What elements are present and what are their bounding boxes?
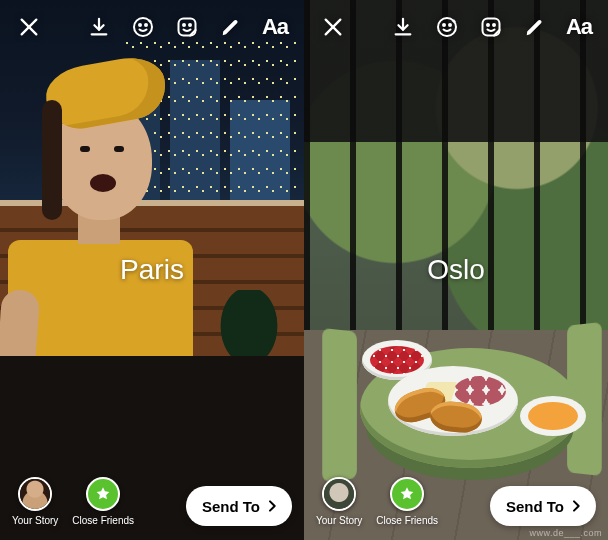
your-story-avatar-ring xyxy=(322,477,356,511)
face-effects-icon[interactable] xyxy=(428,8,466,46)
save-download-icon[interactable] xyxy=(80,8,118,46)
story-photo xyxy=(304,0,608,540)
text-tool-label: Aa xyxy=(262,14,288,40)
close-friends-star-icon xyxy=(390,477,424,511)
close-friends-button[interactable]: Close Friends xyxy=(376,477,438,526)
svg-point-19 xyxy=(493,24,495,26)
editor-bottombar: Your Story Close Friends Send To xyxy=(304,477,608,526)
your-story-label: Your Story xyxy=(12,515,58,526)
svg-point-9 xyxy=(189,24,191,26)
editor-bottombar: Your Story Close Friends Send To xyxy=(0,477,304,526)
story-editor-panel-left: Aa Paris Your Story Close Friends Send T… xyxy=(0,0,304,540)
story-editor-panel-right: Aa Oslo Your Story Close Friends Send To… xyxy=(304,0,608,540)
story-photo xyxy=(0,0,304,540)
your-story-label: Your Story xyxy=(316,515,362,526)
draw-icon[interactable] xyxy=(516,8,554,46)
close-friends-label: Close Friends xyxy=(72,515,134,526)
avatar xyxy=(20,479,50,509)
editor-topbar: Aa xyxy=(304,8,608,46)
close-friends-button[interactable]: Close Friends xyxy=(72,477,134,526)
stickers-icon[interactable] xyxy=(472,8,510,46)
send-to-label: Send To xyxy=(506,498,564,515)
svg-point-16 xyxy=(449,24,451,26)
chevron-right-icon xyxy=(264,498,280,514)
send-to-button[interactable]: Send To xyxy=(490,486,596,526)
text-tool-icon[interactable]: Aa xyxy=(560,8,598,46)
your-story-button[interactable]: Your Story xyxy=(12,477,58,526)
send-to-button[interactable]: Send To xyxy=(186,486,292,526)
your-story-button[interactable]: Your Story xyxy=(316,477,362,526)
text-tool-label: Aa xyxy=(566,14,592,40)
close-friends-star-icon xyxy=(86,477,120,511)
save-download-icon[interactable] xyxy=(384,8,422,46)
close-icon[interactable] xyxy=(314,8,352,46)
send-to-label: Send To xyxy=(202,498,260,515)
svg-point-5 xyxy=(139,24,141,26)
chevron-right-icon xyxy=(568,498,584,514)
close-friends-label: Close Friends xyxy=(376,515,438,526)
svg-point-18 xyxy=(487,24,489,26)
svg-point-15 xyxy=(443,24,445,26)
close-icon[interactable] xyxy=(10,8,48,46)
stickers-icon[interactable] xyxy=(168,8,206,46)
editor-topbar: Aa xyxy=(0,8,304,46)
your-story-avatar-ring xyxy=(18,477,52,511)
face-effects-icon[interactable] xyxy=(124,8,162,46)
draw-icon[interactable] xyxy=(212,8,250,46)
svg-point-6 xyxy=(145,24,147,26)
svg-point-8 xyxy=(183,24,185,26)
avatar xyxy=(324,479,354,509)
text-tool-icon[interactable]: Aa xyxy=(256,8,294,46)
